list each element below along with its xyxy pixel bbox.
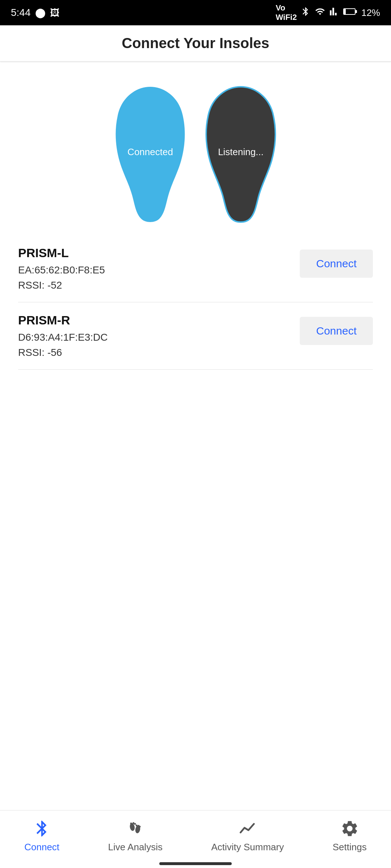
- signal-icon: [329, 7, 340, 19]
- bluetooth-nav-icon: [32, 818, 52, 839]
- footprints-nav-icon: [125, 818, 146, 839]
- notification-icon: ⬤: [35, 7, 46, 18]
- device-mac-prism-r: D6:93:A4:1F:E3:DC: [18, 332, 300, 343]
- svg-rect-1: [344, 9, 345, 14]
- right-insole-status: Listening...: [218, 146, 264, 158]
- connect-button-prism-l[interactable]: Connect: [300, 250, 373, 278]
- device-rssi-prism-l: RSSI: -52: [18, 280, 300, 291]
- device-list: PRISM-L EA:65:62:B0:F8:E5 RSSI: -52 Conn…: [0, 235, 391, 370]
- nav-label-connect: Connect: [24, 842, 59, 853]
- device-name-prism-r: PRISM-R: [18, 313, 300, 327]
- left-insole: Connected: [109, 83, 192, 221]
- nav-label-settings: Settings: [333, 842, 367, 853]
- device-mac-prism-l: EA:65:62:B0:F8:E5: [18, 264, 300, 276]
- status-left: 5:44 ⬤ 🖼: [11, 7, 59, 18]
- nav-item-activity-summary[interactable]: Activity Summary: [211, 818, 284, 853]
- nav-label-live-analysis: Live Analysis: [108, 842, 163, 853]
- svg-point-10: [139, 826, 140, 827]
- device-info-prism-l: PRISM-L EA:65:62:B0:F8:E5 RSSI: -52: [18, 246, 300, 291]
- bluetooth-status-icon: [300, 7, 311, 19]
- svg-rect-2: [356, 10, 357, 13]
- device-item-prism-l: PRISM-L EA:65:62:B0:F8:E5 RSSI: -52 Conn…: [18, 235, 373, 302]
- status-right: VoWiFi2 12%: [276, 3, 380, 22]
- device-rssi-prism-r: RSSI: -56: [18, 347, 300, 358]
- left-insole-status: Connected: [127, 146, 173, 158]
- battery-percent: 12%: [361, 7, 380, 18]
- right-insole: Listening...: [199, 83, 282, 221]
- image-icon: 🖼: [50, 7, 59, 18]
- nav-item-live-analysis[interactable]: Live Analysis: [108, 818, 163, 853]
- status-bar: 5:44 ⬤ 🖼 VoWiFi2 12%: [0, 0, 391, 25]
- svg-point-7: [134, 823, 136, 825]
- home-indicator: [159, 862, 232, 865]
- chart-line-nav-icon: [237, 818, 258, 839]
- svg-point-5: [130, 822, 132, 824]
- status-time: 5:44: [11, 7, 31, 18]
- battery-icon: [343, 7, 358, 19]
- nav-item-connect[interactable]: Connect: [24, 818, 59, 853]
- app-header: Connect Your Insoles: [0, 25, 391, 61]
- svg-point-8: [135, 825, 137, 826]
- device-name-prism-l: PRISM-L: [18, 246, 300, 260]
- device-info-prism-r: PRISM-R D6:93:A4:1F:E3:DC RSSI: -56: [18, 313, 300, 358]
- page-title: Connect Your Insoles: [122, 35, 269, 51]
- wifi-icon: [314, 7, 326, 19]
- nav-item-settings[interactable]: Settings: [333, 818, 367, 853]
- vowifi-icon: VoWiFi2: [276, 3, 297, 22]
- bottom-nav: Connect Live Analysis Activity Sum: [0, 810, 391, 868]
- connect-button-prism-r[interactable]: Connect: [300, 317, 373, 345]
- gear-nav-icon: [340, 818, 360, 839]
- insoles-illustration: Connected Listening...: [0, 61, 391, 235]
- nav-label-activity-summary: Activity Summary: [211, 842, 284, 853]
- device-item-prism-r: PRISM-R D6:93:A4:1F:E3:DC RSSI: -56 Conn…: [18, 302, 373, 370]
